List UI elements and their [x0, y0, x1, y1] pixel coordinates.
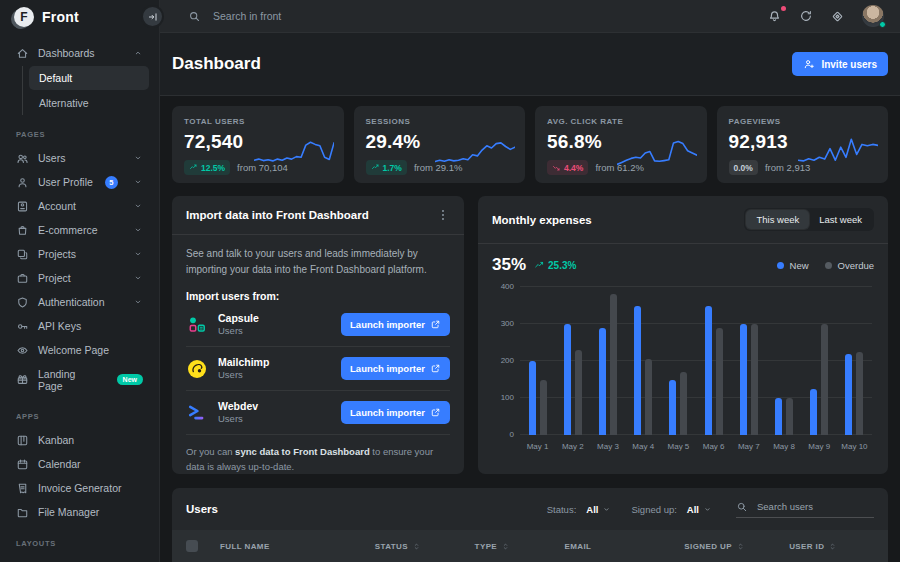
sidebar-item-account[interactable]: Account: [10, 194, 149, 218]
users-icon: [16, 152, 29, 165]
front-logo-icon: F: [14, 7, 34, 27]
sidebar-item-label: Projects: [38, 248, 76, 260]
sidebar-subitem-alternative[interactable]: Alternative: [29, 91, 149, 115]
expenses-card-title: Monthly expenses: [492, 214, 592, 226]
sidebar-collapse-button[interactable]: [141, 5, 164, 28]
users-table-card: Users Status: All Signed up: All: [172, 488, 888, 562]
calendar-icon: [16, 458, 29, 471]
bar-group-may-3: [599, 287, 617, 435]
global-search-input[interactable]: [211, 9, 411, 23]
card-menu-button[interactable]: [436, 208, 450, 222]
brand-logo[interactable]: F Front: [0, 0, 159, 33]
sidebar-item-label: API Keys: [38, 320, 81, 332]
change-badge: 1.7%: [366, 160, 407, 175]
activity-refresh-button[interactable]: [799, 9, 813, 23]
sidebar-item-api-keys[interactable]: API Keys: [10, 314, 149, 338]
y-axis-tick: 200: [494, 356, 514, 365]
sidebar-item-user-profile[interactable]: User Profile 5: [10, 170, 149, 194]
legend-label: Overdue: [838, 260, 874, 271]
copy-icon: [16, 248, 29, 261]
change-badge: 4.4%: [547, 160, 588, 175]
user-avatar[interactable]: [862, 5, 884, 27]
legend-item-new[interactable]: New: [777, 260, 809, 271]
signedup-filter-dropdown[interactable]: All: [685, 504, 714, 515]
launch-importer-button-capsule[interactable]: Launch importer: [341, 313, 450, 336]
import-description: See and talk to your users and leads imm…: [186, 246, 450, 277]
import-source-capsule: Capsule Users Launch importer: [186, 303, 450, 347]
kanban-icon: [16, 434, 29, 447]
column-header-signed-up[interactable]: SIGNED UP: [684, 542, 789, 551]
global-search[interactable]: [188, 9, 767, 23]
sort-icon: [412, 542, 421, 551]
launch-importer-label: Launch importer: [350, 319, 425, 330]
sidebar-item-label: Welcome Page: [38, 344, 109, 356]
sidebar-subitem-default[interactable]: Default: [29, 66, 149, 90]
sidebar-item-kanban[interactable]: Kanban: [10, 428, 149, 452]
invite-users-button[interactable]: Invite users: [792, 52, 888, 76]
stat-card-total-users[interactable]: TOTAL USERS 72,540 12.5% from 70,104: [172, 106, 344, 183]
sidebar-item-layouts[interactable]: Layouts: [10, 555, 149, 562]
brand-name: Front: [42, 9, 79, 25]
sidebar-item-users[interactable]: Users: [10, 146, 149, 170]
sidebar-item-authentication[interactable]: Authentication: [10, 290, 149, 314]
count-badge: 5: [105, 176, 118, 189]
sidebar-item-label: Invoice Generator: [38, 482, 121, 494]
column-header-user-id[interactable]: USER ID: [789, 542, 874, 551]
sidebar-item-calendar[interactable]: Calendar: [10, 452, 149, 476]
select-all-checkbox[interactable]: [186, 540, 198, 552]
users-search[interactable]: [736, 500, 874, 518]
sidebar-item-project[interactable]: Project: [10, 266, 149, 290]
apps-launcher-button[interactable]: [830, 9, 845, 24]
monthly-expenses-card: Monthly expenses This week Last week 35%…: [478, 196, 888, 474]
users-search-input[interactable]: [755, 500, 874, 513]
bar-new: [705, 306, 712, 436]
legend-item-overdue[interactable]: Overdue: [825, 260, 874, 271]
import-card-title: Import data into Front Dashboard: [186, 209, 369, 221]
bar-overdue: [680, 372, 687, 435]
source-name: Capsule: [218, 312, 259, 325]
trend-up-icon: [534, 260, 545, 271]
users-card-title: Users: [186, 503, 218, 515]
column-label: USER ID: [789, 542, 824, 551]
sidebar-item-label: Account: [38, 200, 76, 212]
bar-group-may-4: [634, 287, 652, 435]
notifications-button[interactable]: [767, 9, 782, 24]
sidebar-item-invoice-generator[interactable]: Invoice Generator: [10, 476, 149, 500]
stat-card-sessions[interactable]: SESSIONS 29.4% 1.7% from 29.1%: [354, 106, 526, 183]
sidebar-item-file-manager[interactable]: File Manager: [10, 500, 149, 524]
column-header-status[interactable]: STATUS: [375, 542, 475, 551]
search-icon: [736, 501, 748, 513]
x-axis-label: May 10: [837, 442, 872, 451]
bar-overdue: [540, 380, 547, 436]
key-icon: [16, 320, 29, 333]
sidebar-item-projects[interactable]: Projects: [10, 242, 149, 266]
status-filter-label: Status:: [547, 504, 577, 515]
bar-new: [810, 389, 817, 435]
import-sources-list: Capsule Users Launch importer Mailchimp …: [186, 303, 450, 435]
status-filter-dropdown[interactable]: All: [584, 504, 613, 515]
cards-row: Import data into Front Dashboard See and…: [172, 196, 888, 474]
sidebar-item-label: Users: [38, 152, 65, 164]
sidebar-item-e-commerce[interactable]: E-commerce: [10, 218, 149, 242]
column-header-type[interactable]: TYPE: [475, 542, 565, 551]
external-link-icon: [430, 319, 441, 330]
sidebar-item-dashboards[interactable]: Dashboards: [10, 41, 149, 65]
stat-card-avg-click-rate[interactable]: AVG. CLICK RATE 56.8% 4.4% from 61.2%: [535, 106, 707, 183]
toggle-last-week[interactable]: Last week: [809, 210, 872, 229]
toggle-this-week[interactable]: This week: [746, 210, 809, 229]
sparkline-chart: [435, 133, 515, 175]
sync-data-link[interactable]: sync data to Front Dashboard: [235, 446, 370, 457]
launch-importer-button-webdev[interactable]: Launch importer: [341, 401, 450, 424]
user-icon: [16, 176, 29, 189]
more-options-icon: [436, 208, 450, 222]
bar-group-may-5: [669, 287, 687, 435]
sidebar-item-welcome-page[interactable]: Welcome Page: [10, 338, 149, 362]
launch-importer-button-mailchimp[interactable]: Launch importer: [341, 357, 450, 380]
sidebar-item-label: Dashboards: [38, 47, 95, 59]
stat-card-pageviews[interactable]: PAGEVIEWS 92,913 0.0% from 2,913: [717, 106, 889, 183]
column-label: EMAIL: [564, 542, 591, 551]
trend-up-icon: [534, 260, 545, 271]
sidebar-item-landing-page[interactable]: Landing Page New: [10, 362, 149, 397]
stats-row: TOTAL USERS 72,540 12.5% from 70,104 SES…: [172, 106, 888, 183]
chevron-down-icon: [133, 249, 143, 259]
